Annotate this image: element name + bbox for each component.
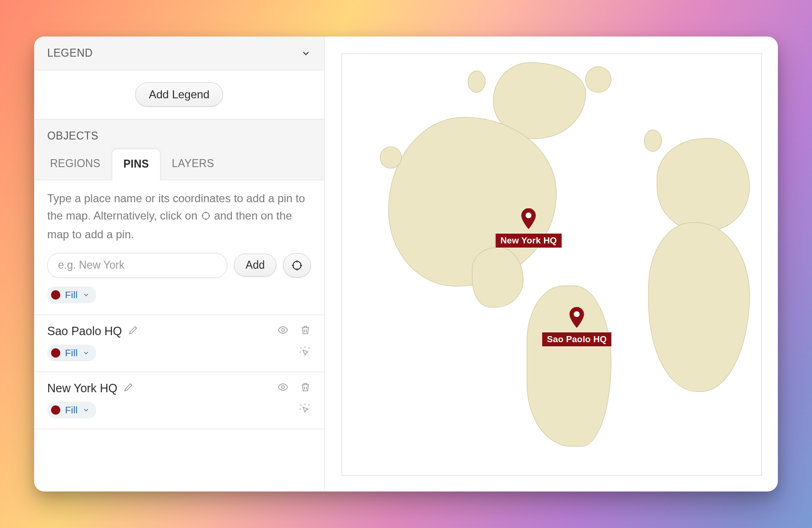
- pin-fill-chip[interactable]: Fill: [47, 402, 96, 418]
- landmass: [472, 248, 523, 308]
- tab-pins[interactable]: PINS: [112, 149, 161, 180]
- map-canvas[interactable]: New York HQ Sao Paolo HQ: [341, 53, 762, 476]
- chevron-down-icon: [301, 48, 311, 59]
- pin-item-name: Sao Paolo HQ: [47, 324, 122, 338]
- fill-label: Fill: [65, 289, 78, 301]
- delete-icon[interactable]: [300, 381, 311, 395]
- fill-swatch: [51, 290, 60, 300]
- visibility-icon[interactable]: [277, 381, 289, 395]
- pins-help-text: Type a place name or its coordinates to …: [47, 190, 311, 243]
- fill-label: Fill: [65, 404, 78, 416]
- svg-point-0: [202, 213, 209, 220]
- fill-swatch: [51, 348, 60, 358]
- default-fill-chip[interactable]: Fill: [47, 286, 96, 303]
- landmass: [388, 117, 557, 286]
- landmass: [468, 71, 486, 93]
- edit-icon[interactable]: [123, 381, 134, 395]
- pin-item: Sao Paolo HQ Fill: [34, 315, 324, 372]
- svg-line-15: [300, 347, 301, 348]
- fill-swatch: [51, 405, 60, 415]
- svg-point-10: [282, 329, 284, 331]
- legend-body: Add Legend: [34, 70, 324, 119]
- edit-icon[interactable]: [128, 324, 139, 337]
- pin-input-row: Add: [47, 253, 311, 278]
- click-cursor-icon[interactable]: [299, 346, 311, 360]
- landmass: [644, 130, 662, 152]
- tab-layers[interactable]: LAYERS: [160, 149, 225, 180]
- click-cursor-icon[interactable]: [299, 403, 311, 417]
- tab-regions[interactable]: REGIONS: [39, 149, 112, 180]
- map-pin-marker[interactable]: [569, 307, 585, 328]
- add-pin-button[interactable]: Add: [234, 254, 276, 277]
- map-pin-label: Sao Paolo HQ: [542, 332, 612, 347]
- landmass: [648, 222, 750, 392]
- map-pin-marker[interactable]: [521, 208, 536, 229]
- fill-label: Fill: [65, 347, 78, 359]
- add-legend-button[interactable]: Add Legend: [135, 82, 223, 107]
- svg-line-23: [309, 404, 310, 405]
- svg-point-17: [282, 386, 284, 389]
- landmass: [380, 147, 402, 169]
- pins-panel: Type a place name or its coordinates to …: [34, 180, 324, 315]
- svg-point-5: [293, 261, 301, 269]
- crosshair-button[interactable]: [283, 253, 311, 278]
- landmass: [657, 138, 750, 232]
- objects-tabs: REGIONS PINS LAYERS: [34, 149, 324, 180]
- app-window: LEGEND Add Legend OBJECTS REGIONS PINS L…: [34, 37, 778, 491]
- map-pin-label: New York HQ: [495, 233, 562, 248]
- svg-line-22: [300, 404, 301, 405]
- legend-header[interactable]: LEGEND: [34, 37, 324, 70]
- landmass: [585, 66, 611, 93]
- legend-title: LEGEND: [47, 47, 93, 59]
- pin-fill-chip[interactable]: Fill: [47, 345, 96, 361]
- objects-title: OBJECTS: [34, 119, 324, 149]
- pin-item: New York HQ Fill: [34, 372, 324, 429]
- pin-item-name: New York HQ: [47, 381, 117, 395]
- svg-line-16: [309, 347, 310, 348]
- crosshair-icon: [201, 208, 211, 226]
- svg-point-25: [574, 311, 580, 317]
- sidebar: LEGEND Add Legend OBJECTS REGIONS PINS L…: [34, 37, 325, 491]
- map-pane: New York HQ Sao Paolo HQ: [325, 37, 778, 491]
- pin-place-input[interactable]: [47, 253, 227, 278]
- delete-icon[interactable]: [300, 324, 311, 337]
- visibility-icon[interactable]: [277, 324, 289, 337]
- svg-point-24: [526, 212, 531, 218]
